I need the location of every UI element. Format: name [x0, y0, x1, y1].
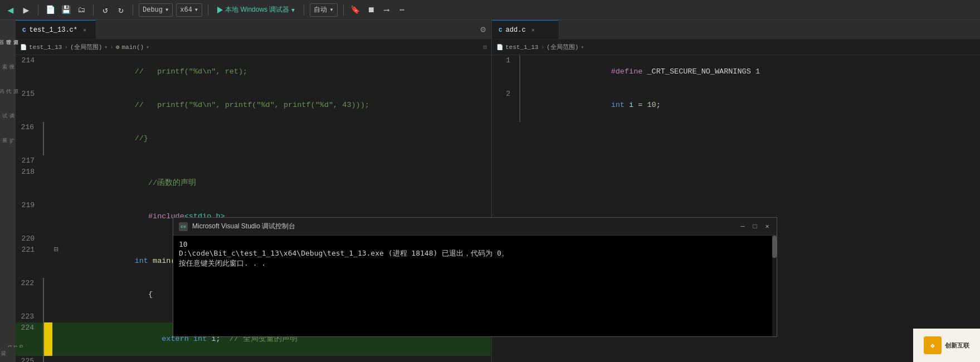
breadcrumb-func-icon: ⊙	[116, 43, 120, 51]
gutter-225	[43, 356, 52, 362]
tab-test113-close[interactable]: ✕	[81, 26, 89, 35]
fold-217	[52, 155, 60, 167]
code-222-brace: {	[148, 290, 153, 299]
debug-config-dropdown[interactable]: Debug ▾	[139, 3, 173, 17]
right-breadcrumb-file-icon: 📄	[496, 44, 503, 51]
vs-forward-btn[interactable]: ▶	[20, 4, 32, 16]
vs-back-btn[interactable]: ◀	[4, 4, 17, 16]
redo-btn[interactable]: ↻	[115, 4, 127, 16]
right-breadcrumb: 📄 test_1_13 › (全局范围) ▾	[492, 40, 980, 55]
fold-223	[52, 311, 60, 322]
right-breadcrumb-scope-label: (全局范围)	[547, 43, 578, 51]
console-logo-icon: cv	[179, 222, 188, 231]
console-close-btn[interactable]: ✕	[763, 223, 771, 231]
gutter-222	[43, 278, 52, 311]
right-code-1-pp: #define	[611, 67, 643, 76]
line-num-215: 215	[16, 89, 43, 122]
right-breadcrumb-scope-arrow: ▾	[581, 44, 584, 51]
code-218[interactable]: //函数的声明	[60, 167, 491, 200]
right-line-num-2: 2	[492, 89, 520, 122]
tab-addc-close[interactable]: ✕	[529, 26, 537, 35]
tab-addc-label: add.c	[506, 26, 526, 34]
left-editor-settings[interactable]: ⚙	[475, 20, 491, 39]
breadcrumb-scope[interactable]: (全局范围) ▾	[70, 43, 108, 51]
code-225[interactable]: printf("%d ", i);	[60, 356, 491, 362]
console-output-line3: 按任意键关闭此窗口. . .	[179, 258, 771, 268]
right-code-1[interactable]: #define _CRT_SECURE_NO_WARNINGS 1	[537, 55, 979, 89]
arch-dropdown[interactable]: x64 ▾	[176, 3, 202, 17]
play-button[interactable]: 本地 Windows 调试器 ▾	[214, 4, 298, 16]
right-code-2[interactable]: int i = 10;	[537, 89, 979, 122]
tab-bar: C test_1_13.c* ✕ ⚙ C add.c ✕	[16, 20, 980, 40]
more-icon[interactable]: ⋯	[396, 4, 408, 16]
code-215[interactable]: // printf("%d\n", printf("%d", printf("%…	[60, 89, 491, 122]
right-line-num-1: 1	[492, 55, 520, 89]
separator-3	[133, 4, 133, 16]
fold-218	[52, 167, 60, 200]
sidebar-item-debug[interactable]: 调试	[1, 98, 14, 120]
right-code-2-var: i	[629, 101, 633, 109]
breadcrumb-sep2: ›	[110, 44, 114, 51]
separator-1	[38, 4, 38, 16]
separator-2	[93, 4, 94, 16]
right-breadcrumb-sep: ›	[540, 44, 544, 51]
watermark: ❖ 创新互联	[913, 329, 980, 362]
right-fold-2	[529, 89, 537, 122]
line-num-214: 214	[16, 55, 43, 89]
separator-6	[343, 4, 344, 16]
breadcrumb-func[interactable]: ⊙ main() ▾	[116, 43, 149, 51]
separator-5	[304, 4, 304, 16]
auto-arrow: ▾	[329, 6, 333, 14]
console-minimize-btn[interactable]: —	[739, 223, 747, 231]
main-toolbar: ◀ ▶ 📄 💾 🗂 ↺ ↻ Debug ▾ x64 ▾ 本地 Windows 调…	[0, 0, 980, 20]
table-row: 1 #define _CRT_SECURE_NO_WARNINGS 1	[492, 55, 979, 89]
table-row: 216 //}	[16, 122, 491, 155]
tab-test113[interactable]: C test_1_13.c* ✕	[16, 20, 96, 39]
fold-219	[52, 200, 60, 233]
table-row: 214 // printf("%d\n", ret);	[16, 55, 491, 89]
gutter-224	[43, 322, 52, 356]
table-row: 218 //函数的声明	[16, 167, 491, 200]
right-gutter-1	[520, 55, 529, 89]
fold-225	[52, 356, 60, 362]
code-221-fn: main	[153, 257, 170, 265]
sidebar-item-extensions[interactable]: 扩展	[1, 123, 14, 145]
code-216-text: //}	[135, 134, 148, 143]
breakpoint-icon[interactable]: ⏹	[365, 4, 377, 16]
save-icon[interactable]: 💾	[60, 4, 72, 16]
sidebar-item-explorer[interactable]: 资源管理器	[1, 25, 14, 47]
fold-221[interactable]: ⊟	[52, 244, 60, 278]
bookmark-icon[interactable]: 🔖	[349, 4, 362, 16]
gutter-221	[43, 244, 52, 278]
code-216[interactable]: //}	[60, 122, 491, 155]
code-214[interactable]: // printf("%d\n", ret);	[60, 55, 491, 89]
expand-split-btn[interactable]: ⊟	[483, 43, 487, 51]
line-num-225: 225	[16, 356, 43, 362]
right-breadcrumb-scope[interactable]: (全局范围) ▾	[547, 43, 584, 51]
table-row: 2 int i = 10;	[492, 89, 979, 122]
console-scrollthumb[interactable]	[772, 236, 777, 258]
save-all-icon[interactable]: 🗂	[75, 4, 87, 16]
right-breadcrumb-file: 📄 test_1_13	[496, 44, 538, 51]
tab-addc-icon: C	[499, 27, 503, 33]
right-code-1-num: 1	[755, 67, 760, 76]
file-icon[interactable]: 📄	[44, 4, 56, 16]
undo-btn[interactable]: ↺	[99, 4, 111, 16]
breadcrumb-scope-label: (全局范围)	[70, 43, 102, 51]
sidebar-item-search[interactable]: 搜索	[1, 49, 14, 71]
sidebar-item-git[interactable]: Git提交	[1, 335, 14, 358]
right-fold-1	[529, 55, 537, 89]
sidebar-item-scm[interactable]: 源代码	[1, 74, 14, 96]
nav-icon[interactable]: ⟶	[381, 4, 393, 16]
code-214-text: // printf("%d\n", ret);	[135, 67, 248, 76]
console-scrollbar[interactable]	[772, 236, 777, 336]
auto-dropdown[interactable]: 自动 ▾	[310, 3, 337, 17]
tab-addc[interactable]: C add.c ✕	[492, 20, 559, 39]
right-code-2-semi: ;	[656, 101, 661, 109]
right-code-1-space: _CRT_SECURE_NO_WARNINGS	[642, 67, 755, 76]
code-218-text: //函数的声明	[148, 179, 196, 187]
code-217[interactable]	[60, 155, 491, 167]
table-row: 215 // printf("%d\n", printf("%d", print…	[16, 89, 491, 122]
console-maximize-btn[interactable]: □	[751, 223, 759, 231]
line-num-219: 219	[16, 200, 43, 233]
